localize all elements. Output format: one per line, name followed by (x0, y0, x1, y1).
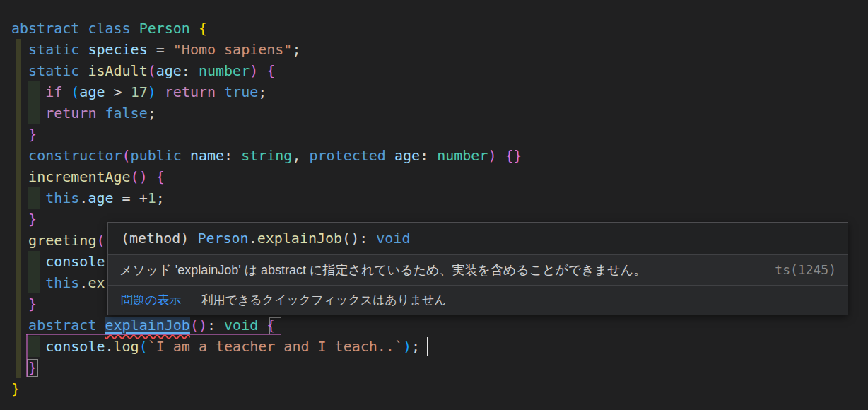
code-token: , (292, 147, 309, 164)
code-token: public (131, 147, 182, 164)
code-token (11, 274, 45, 291)
code-token: } (28, 295, 37, 312)
code-token (182, 147, 190, 164)
code-token (79, 62, 88, 79)
code-token: console (45, 253, 105, 270)
error-squiggle: explainJob (105, 317, 189, 334)
code-token (11, 62, 28, 79)
code-token (11, 189, 45, 206)
code-token (79, 20, 88, 37)
code-token (258, 62, 266, 79)
code-token: ) (488, 147, 496, 164)
code-token: false (105, 105, 147, 122)
code-token (11, 359, 28, 376)
code-token (79, 41, 88, 58)
code-line[interactable]: incrementAge() { (11, 166, 165, 187)
code-token: age (394, 147, 420, 164)
signature-token: (method) (121, 230, 197, 247)
code-line[interactable]: return false; (11, 102, 156, 124)
code-token: name (190, 147, 224, 164)
code-line[interactable]: this.age = +1; (11, 187, 165, 209)
code-token: number (437, 147, 488, 164)
code-token (11, 211, 28, 228)
code-line[interactable]: console.log(`I am a teacher and I teach.… (11, 336, 420, 357)
code-line[interactable]: greeting( (11, 230, 105, 251)
code-token: return (165, 83, 216, 100)
code-token (11, 232, 28, 249)
code-token: true (224, 83, 258, 100)
code-line[interactable]: constructor(public name: string, protect… (11, 145, 522, 166)
code-line[interactable]: if (age > 17) return true; (11, 81, 266, 102)
code-token: } (28, 211, 37, 228)
code-token (11, 105, 45, 122)
code-token (96, 317, 105, 334)
code-line[interactable]: this.ex (11, 272, 105, 293)
code-token (122, 83, 131, 100)
code-token: . (79, 189, 88, 206)
signature-token: void (376, 230, 410, 247)
text-cursor (427, 337, 428, 356)
code-token: {} (505, 147, 522, 164)
code-token: protected (310, 147, 386, 164)
code-token: { (266, 62, 275, 79)
code-token: number (199, 62, 250, 79)
code-token: ; (148, 105, 156, 122)
code-token: ; (292, 41, 300, 58)
code-token: ( (122, 147, 131, 164)
code-token: abstract (28, 317, 96, 334)
code-token: } (28, 126, 37, 143)
code-line[interactable]: } (11, 293, 37, 315)
code-line[interactable]: abstract explainJob(): void { (11, 315, 275, 336)
code-token: greeting (28, 232, 96, 249)
code-token: ; (258, 83, 266, 100)
code-line[interactable]: static species = "Homo sapiens"; (11, 39, 300, 60)
code-line[interactable]: } (11, 124, 37, 145)
code-token: ex (88, 274, 105, 291)
code-token: static (28, 62, 79, 79)
code-token (62, 83, 71, 100)
code-token (148, 168, 156, 185)
code-token (216, 83, 224, 100)
code-token: : (207, 317, 224, 334)
signature-token: explainJob (257, 230, 342, 247)
code-token (11, 41, 28, 58)
code-line[interactable]: console (11, 251, 105, 272)
code-line[interactable]: abstract class Person { (11, 18, 207, 39)
code-token: 17 (131, 83, 148, 100)
code-token: "Homo sapiens" (173, 41, 293, 58)
code-token: } (28, 359, 37, 376)
view-problem-link[interactable]: 問題の表示 (121, 286, 181, 315)
code-token: `I am a teacher and I teach..` (148, 338, 403, 355)
code-token: ( (139, 338, 148, 355)
code-token: isAdult (88, 62, 147, 79)
code-token: () (131, 168, 148, 185)
code-token: : (224, 147, 241, 164)
code-token (148, 41, 156, 58)
code-line[interactable]: } (11, 357, 37, 378)
code-line[interactable]: } (11, 378, 20, 399)
code-token (105, 83, 113, 100)
code-token: ( (148, 62, 156, 79)
hover-diagnostic-row: メソッド 'explainJob' は abstract に指定されているため、… (108, 255, 848, 286)
hover-method-signature: (method) Person.explainJob(): void (108, 223, 848, 255)
code-token (131, 20, 139, 37)
explainjob-link[interactable]: explainJob (105, 317, 189, 334)
code-token: abstract (11, 20, 79, 37)
code-line[interactable]: } (11, 209, 37, 230)
code-token: Person (139, 20, 190, 37)
code-editor[interactable]: abstract class Person { static species =… (0, 0, 868, 410)
code-line[interactable]: static isAdult(age: number) { (11, 60, 275, 81)
code-token: class (88, 20, 130, 37)
code-token: this (45, 274, 79, 291)
code-token (11, 338, 45, 355)
code-token: this (45, 189, 79, 206)
code-token: age (79, 83, 105, 100)
code-token (190, 20, 199, 37)
code-token: { (199, 20, 207, 37)
code-token (11, 83, 45, 100)
code-token: ( (71, 83, 79, 100)
code-token: console (45, 338, 105, 355)
code-token: ; (411, 338, 420, 355)
no-quickfix-text: 利用できるクイックフィックスはありません (201, 286, 446, 315)
code-token: = (156, 41, 165, 58)
